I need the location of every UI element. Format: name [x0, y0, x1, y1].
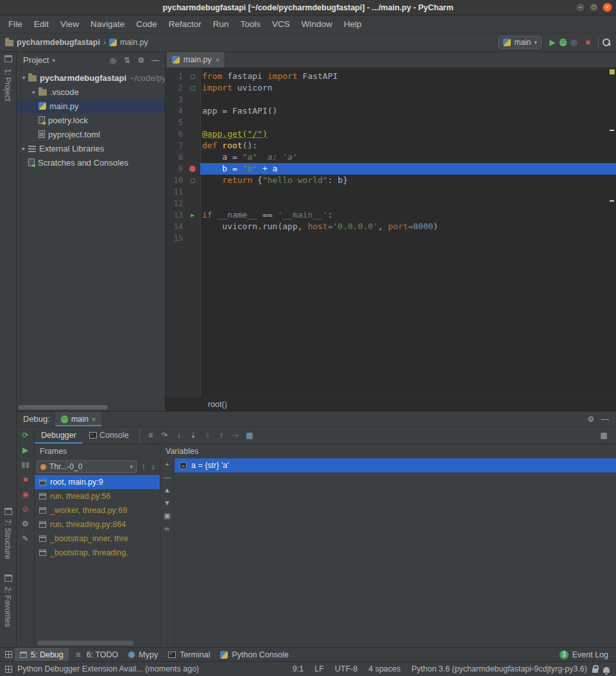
fold-icon[interactable]: [185, 74, 200, 79]
quick-access-icon[interactable]: [5, 666, 12, 673]
toolwindow-button-python-console[interactable]: Python Console: [215, 648, 293, 661]
tree-item-external-libraries[interactable]: ▸External Libraries: [17, 141, 165, 155]
toolwindow-button-6-todo[interactable]: ≡6: TODO: [69, 648, 124, 661]
status-widget-9-1[interactable]: 9:1: [293, 664, 304, 673]
run-gutter-icon[interactable]: ▶: [185, 209, 200, 221]
tree-item-vscode[interactable]: ▸.vscode: [17, 85, 165, 99]
favorites-toolwindow-icon[interactable]: [4, 575, 12, 582]
pause-icon[interactable]: ▮▮: [19, 460, 32, 469]
resume-icon[interactable]: ▶: [19, 446, 32, 455]
maximize-button[interactable]: □: [589, 3, 599, 12]
tree-collapse-icon[interactable]: ▾: [19, 74, 28, 81]
toolwindow-button-terminal[interactable]: Terminal: [163, 648, 215, 661]
tree-item-main-py[interactable]: main.py: [17, 99, 165, 113]
tree-item-pyproject-toml[interactable]: pyproject.toml: [17, 127, 165, 141]
breakpoint-icon[interactable]: [185, 166, 200, 172]
move-watch-down-icon[interactable]: ▼: [162, 499, 173, 507]
run-configuration-selector[interactable]: main ▾: [499, 36, 542, 49]
status-widget-python-3-6-pycharmdebugfastapi-9cdjtyrg-py3-6[interactable]: Python 3.6 (pycharmdebugfastapi-9cdjtyrg…: [411, 664, 587, 673]
breadcrumb-item-pycharmdebugfastapi[interactable]: pycharmdebugfastapi: [5, 38, 100, 47]
tree-item-pycharmdebugfastapi[interactable]: ▾pycharmdebugfastapi~/code/pycharmdebugf…: [17, 71, 165, 85]
status-widget-4-spaces[interactable]: 4 spaces: [368, 664, 400, 673]
coverage-button[interactable]: ◎: [567, 36, 581, 49]
stop-button[interactable]: ■: [581, 36, 595, 49]
tree-expand-icon[interactable]: ▸: [19, 145, 28, 152]
status-message[interactable]: Python Debugger Extension Avail... (mome…: [17, 664, 199, 673]
stack-frame[interactable]: root, main.py:9: [35, 475, 160, 489]
view-breakpoints-icon[interactable]: ◉: [19, 490, 32, 499]
rerun-debug-icon[interactable]: ⟳: [19, 431, 32, 440]
editor-scrollbar[interactable]: [608, 68, 616, 397]
hide-debug-panel-icon[interactable]: —: [598, 413, 612, 426]
menu-edit[interactable]: Edit: [28, 15, 55, 33]
fold-icon[interactable]: [185, 178, 200, 183]
variable-row[interactable]: a = {str} 'a': [175, 458, 616, 472]
collapse-all-icon[interactable]: ⇅: [120, 54, 134, 67]
title-bar[interactable]: pycharmdebugfastapi [~/code/pycharmdebug…: [0, 0, 616, 15]
status-widget-utf-8[interactable]: UTF-8: [335, 664, 357, 673]
menu-view[interactable]: View: [55, 15, 85, 33]
force-step-into-icon[interactable]: ⇓: [200, 429, 214, 442]
event-log-button[interactable]: 3 Event Log: [560, 650, 611, 659]
menu-window[interactable]: Window: [296, 15, 338, 33]
stack-frame[interactable]: _bootstrap_inner, thre: [35, 532, 160, 546]
stripe-favorites-button[interactable]: 2: Favorites: [3, 587, 12, 627]
tree-expand-icon[interactable]: ▸: [30, 89, 38, 95]
run-to-cursor-icon[interactable]: ⇥: [228, 429, 243, 442]
previous-frame-icon[interactable]: ↑: [139, 460, 148, 473]
stack-frame[interactable]: _worker, thread.py:69: [35, 503, 160, 517]
project-horizontal-scrollbar[interactable]: [18, 405, 108, 410]
tab-console[interactable]: Console: [83, 427, 135, 444]
minimize-button[interactable]: –: [576, 3, 585, 12]
stop-icon[interactable]: ■: [19, 475, 32, 484]
menu-help[interactable]: Help: [338, 15, 368, 33]
duplicate-watch-icon[interactable]: ▣: [162, 512, 173, 520]
menu-navigate[interactable]: Navigate: [85, 15, 130, 33]
view-breakpoints-grid-icon[interactable]: ▦: [243, 429, 257, 442]
menu-vcs[interactable]: VCS: [266, 15, 296, 33]
remove-watch-icon[interactable]: —: [162, 473, 173, 481]
step-into-icon[interactable]: ↓: [172, 429, 186, 442]
step-out-icon[interactable]: ↑: [214, 429, 228, 442]
move-watch-up-icon[interactable]: ▲: [162, 486, 173, 494]
close-icon[interactable]: ×: [216, 56, 219, 64]
close-button[interactable]: ×: [603, 3, 612, 12]
debugger-settings-icon[interactable]: ⚙: [19, 519, 32, 528]
run-button[interactable]: ▶: [545, 36, 560, 49]
editor-breadcrumb[interactable]: root(): [166, 397, 616, 411]
debug-settings-icon[interactable]: ⚙: [584, 413, 598, 426]
step-into-my-code-icon[interactable]: ⇣: [186, 429, 200, 442]
layout-icon[interactable]: ≡: [144, 429, 158, 442]
tree-item-scratches-and-consoles[interactable]: Scratches and Consoles: [17, 155, 165, 169]
toolwindow-switcher-icon[interactable]: [5, 651, 12, 658]
status-widget-lf[interactable]: LF: [314, 664, 324, 673]
add-watch-icon[interactable]: +: [162, 460, 173, 469]
menu-code[interactable]: Code: [130, 15, 162, 33]
debug-session-tab[interactable]: main ×: [55, 412, 102, 426]
tree-item-poetry-lock[interactable]: poetry.lock: [17, 113, 165, 127]
hide-panel-icon[interactable]: —: [148, 54, 162, 67]
lock-icon[interactable]: [592, 668, 598, 673]
step-over-icon[interactable]: ↷: [158, 429, 172, 442]
breadcrumb-item-main-py[interactable]: main.py: [109, 38, 148, 47]
code-editor[interactable]: 1from fastapi import FastAPI2import uvic…: [166, 68, 616, 397]
frames-horizontal-scrollbar[interactable]: [37, 641, 133, 645]
settings-icon[interactable]: ⚙: [134, 54, 148, 67]
project-toolwindow-icon[interactable]: [4, 55, 12, 62]
tab-debugger[interactable]: Debugger: [35, 427, 83, 444]
stack-frame[interactable]: run, thread.py:56: [35, 489, 160, 503]
menu-file[interactable]: File: [3, 15, 28, 33]
mute-breakpoints-icon[interactable]: ⊘: [19, 505, 32, 514]
thread-selector[interactable]: Thr...-0_0 ▾: [37, 460, 137, 473]
toolwindow-button-mypy[interactable]: Mypy: [123, 648, 163, 661]
stripe-project-button[interactable]: 1: Project: [3, 69, 12, 101]
close-icon[interactable]: ×: [92, 415, 96, 423]
search-everywhere-button[interactable]: [602, 38, 611, 47]
fold-icon[interactable]: [185, 86, 200, 91]
stripe-structure-button[interactable]: 7: Structure: [3, 519, 12, 559]
project-view-selector[interactable]: Project ▾: [23, 55, 55, 65]
menu-tools[interactable]: Tools: [234, 15, 266, 33]
stack-frame[interactable]: run, threading.py:864: [35, 517, 160, 532]
pin-icon[interactable]: ✎: [19, 534, 32, 543]
stack-frame[interactable]: _bootstrap, threading.: [35, 546, 160, 560]
